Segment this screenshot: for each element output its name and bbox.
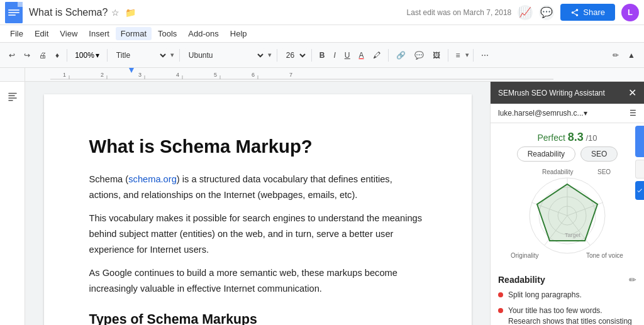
panel-header: SEMrush SEO Writing Assistant ✕ xyxy=(491,82,644,104)
svg-text:Readability: Readability xyxy=(542,168,573,175)
svg-text:SEO: SEO xyxy=(597,168,611,175)
feedback-item-1: Split long paragraphs. xyxy=(498,290,636,300)
svg-text:Target: Target xyxy=(565,232,581,238)
readability-edit-icon[interactable]: ✏ xyxy=(629,275,636,285)
account-email: luke.harsel@semrush.c... xyxy=(498,109,584,118)
panel-title: SEMrush SEO Writing Assistant xyxy=(498,89,605,97)
menu-addons[interactable]: Add-ons xyxy=(183,27,223,40)
doc-title: What is Schema? xyxy=(29,7,108,18)
undo-button[interactable]: ↩ xyxy=(5,48,19,62)
svg-text:3: 3 xyxy=(138,72,142,78)
toolbar-separator-5 xyxy=(311,49,312,62)
radar-chart-container: Target Readability SEO Originality Tone … xyxy=(504,167,630,267)
print-button[interactable]: 🖨 xyxy=(35,48,50,62)
left-panel xyxy=(0,82,25,325)
account-menu-icon[interactable]: ☰ xyxy=(630,109,636,118)
outline-toggle-button[interactable] xyxy=(3,87,22,106)
tabs-row: Readability SEO xyxy=(498,146,636,162)
svg-text:1: 1 xyxy=(63,72,66,78)
svg-rect-4 xyxy=(8,14,16,16)
menu-tools[interactable]: Tools xyxy=(153,27,182,40)
font-select[interactable]: Ubuntu Arial Times New Roman xyxy=(184,48,265,62)
svg-text:4: 4 xyxy=(176,72,179,78)
doc-heading-2: Types of Schema Markups xyxy=(89,309,426,325)
schema-org-link[interactable]: schema.org xyxy=(128,174,177,184)
font-dropdown-icon: ▾ xyxy=(268,51,272,59)
svg-rect-21 xyxy=(8,96,15,97)
svg-text:5: 5 xyxy=(214,72,217,78)
share-label: Share xyxy=(583,8,605,17)
paint-format-button[interactable]: ♦ xyxy=(52,48,63,62)
feedback-item-2: Your title has too few words. Research s… xyxy=(498,306,636,325)
menu-insert[interactable]: Insert xyxy=(84,27,114,40)
ruler-corner xyxy=(0,68,25,81)
svg-text:7: 7 xyxy=(289,72,292,78)
svg-text:2: 2 xyxy=(101,72,104,78)
account-row: luke.harsel@semrush.c... ▾ ☰ xyxy=(491,104,644,123)
account-dropdown-icon[interactable]: ▾ xyxy=(584,109,587,118)
menu-help[interactable]: Help xyxy=(225,27,252,40)
last-edit-text: Last edit was on March 7, 2018 xyxy=(407,8,512,17)
text-color-button[interactable]: A xyxy=(355,48,368,62)
doc-para-3: As Google continues to build a more sema… xyxy=(89,265,426,297)
score-perfect-label: Perfect 8.3 /10 xyxy=(498,131,636,144)
doc-icon xyxy=(5,2,23,23)
highlight-button[interactable]: 🖍 xyxy=(369,48,384,62)
edge-tabs xyxy=(635,126,644,200)
feedback-dot-2 xyxy=(498,308,503,313)
menu-view[interactable]: View xyxy=(55,27,82,40)
menu-bar: File Edit View Insert Format Tools Add-o… xyxy=(0,25,644,43)
bold-button[interactable]: B xyxy=(316,48,329,62)
collapse-toolbar-button[interactable]: ▲ xyxy=(624,48,639,62)
comments-icon[interactable]: 💬 xyxy=(539,5,554,20)
readability-section-header: Readability ✏ xyxy=(498,275,636,285)
panel-close-button[interactable]: ✕ xyxy=(628,87,636,99)
toolbar-separator-4 xyxy=(277,49,277,62)
semrush-panel: SEMrush SEO Writing Assistant ✕ luke.har… xyxy=(490,82,644,325)
svg-marker-19 xyxy=(129,68,134,73)
folder-icon[interactable]: 📁 xyxy=(125,8,135,18)
ruler: 1 2 3 4 5 6 7 xyxy=(0,68,644,82)
menu-edit[interactable]: Edit xyxy=(30,27,53,40)
link-button[interactable]: 🔗 xyxy=(392,48,409,62)
align-button[interactable]: ≡ xyxy=(452,48,464,62)
redo-button[interactable]: ↪ xyxy=(20,48,34,62)
menu-format[interactable]: Format xyxy=(116,27,152,40)
edge-tab-blue[interactable] xyxy=(635,126,644,157)
italic-button[interactable]: I xyxy=(330,48,340,62)
readability-tab[interactable]: Readability xyxy=(517,146,575,162)
user-avatar[interactable]: L xyxy=(621,4,639,21)
edge-tab-white[interactable] xyxy=(635,160,644,179)
doc-page[interactable]: What is Schema Markup? Schema (schema.or… xyxy=(44,94,472,325)
zoom-dropdown-icon: ▾ xyxy=(96,51,99,60)
drawing-tools-button[interactable]: ✏ xyxy=(609,48,623,62)
toolbar-separator-1 xyxy=(67,49,67,62)
feedback-text-2: Your title has too few words. Research s… xyxy=(508,306,636,325)
zoom-value: 100% xyxy=(75,51,94,60)
readability-section-title: Readability xyxy=(498,275,545,285)
svg-rect-22 xyxy=(8,97,17,99)
comment-button[interactable]: 💬 xyxy=(411,48,428,62)
feedback-text-1: Split long paragraphs. xyxy=(508,290,582,300)
svg-text:Tone of voice: Tone of voice xyxy=(586,252,623,259)
ruler-main: 1 2 3 4 5 6 7 xyxy=(50,68,644,81)
toolbar-separator-3 xyxy=(179,49,180,62)
svg-text:Originality: Originality xyxy=(511,252,538,259)
zoom-control[interactable]: 100% ▾ xyxy=(71,49,103,62)
underline-button[interactable]: U xyxy=(341,48,354,62)
style-dropdown-icon: ▾ xyxy=(170,51,174,59)
analytics-icon[interactable]: 📈 xyxy=(518,5,533,20)
share-button[interactable]: Share xyxy=(560,4,615,21)
doc-para-1: Schema (schema.org) is a structured data… xyxy=(89,172,426,203)
svg-rect-2 xyxy=(8,9,19,11)
style-select[interactable]: Title Normal text Heading 1 Heading 2 xyxy=(111,48,168,62)
menu-file[interactable]: File xyxy=(5,27,28,40)
edge-tab-check[interactable] xyxy=(635,181,644,200)
align-dropdown-icon: ▾ xyxy=(465,51,469,59)
more-options-button[interactable]: ⋯ xyxy=(477,48,492,62)
seo-tab[interactable]: SEO xyxy=(580,146,618,162)
star-icon[interactable]: ☆ xyxy=(111,8,121,18)
image-button[interactable]: 🖼 xyxy=(429,48,444,62)
svg-rect-3 xyxy=(8,12,19,13)
font-size-select[interactable]: 26 89101112 xyxy=(281,48,308,62)
